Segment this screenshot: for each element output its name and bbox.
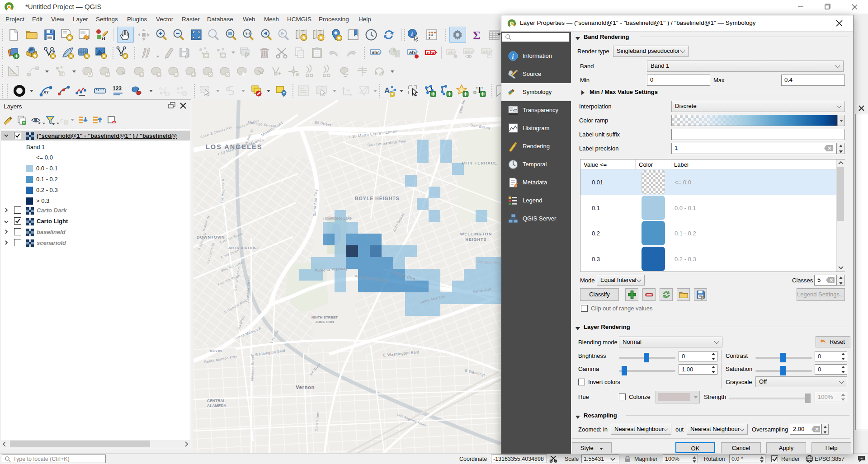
svg-text:123: 123 xyxy=(113,85,122,92)
svg-text:1:1: 1:1 xyxy=(245,32,251,36)
svg-text:Vernon: Vernon xyxy=(296,384,315,390)
svg-text:abc: abc xyxy=(372,50,380,55)
svg-text:i: i xyxy=(512,53,514,60)
svg-text:CENTRAL-: CENTRAL- xyxy=(207,398,227,403)
svg-text:Los Angeles R: Los Angeles R xyxy=(220,178,225,203)
svg-text:ε: ε xyxy=(60,117,63,124)
svg-text:ARTS DISTRICT: ARTS DISTRICT xyxy=(228,246,259,250)
svg-text:abc: abc xyxy=(465,49,473,54)
svg-text:i: i xyxy=(411,30,413,37)
svg-text:ab: ab xyxy=(448,50,454,55)
svg-text:A: A xyxy=(384,86,390,95)
svg-text:BOYLE HEIGHTS: BOYLE HEIGHTS xyxy=(355,196,400,201)
svg-text:XY: XY xyxy=(43,90,49,94)
svg-text:HEIGHTS: HEIGHTS xyxy=(465,237,486,242)
svg-text:ALAMEDA: ALAMEDA xyxy=(207,403,226,408)
svg-text:xy: xy xyxy=(346,88,350,92)
svg-text:WELLINGTON: WELLINGTON xyxy=(460,232,492,236)
svg-text:abc: abc xyxy=(427,50,436,56)
svg-text:Hollenbeck Lake: Hollenbeck Lake xyxy=(323,216,352,220)
svg-text:A..Z: A..Z xyxy=(159,86,167,90)
svg-text:CITY TERRACE: CITY TERRACE xyxy=(462,161,497,165)
svg-text:ab: ab xyxy=(409,50,415,55)
svg-text:abc: abc xyxy=(483,49,491,54)
svg-text:Σ: Σ xyxy=(473,29,481,42)
svg-text:NEVIN: NEVIN xyxy=(210,349,222,353)
svg-text:NINTH STREET: NINTH STREET xyxy=(311,315,338,319)
svg-text:JUNCTION: JUNCTION xyxy=(316,320,334,324)
